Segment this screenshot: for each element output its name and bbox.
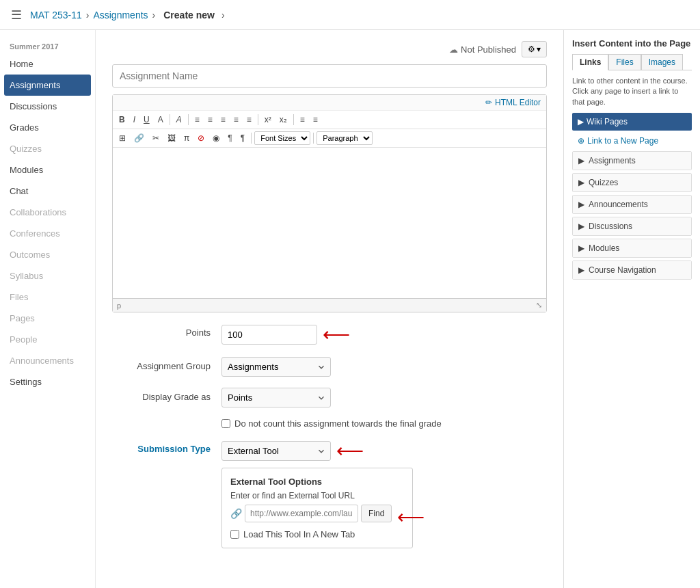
assignment-group-label: Assignment Group [112, 357, 221, 371]
link-button[interactable]: 🔗 [131, 131, 148, 145]
underline-button[interactable]: U [140, 113, 153, 126]
editor-toolbar-row2: ⊞ 🔗 ✂ 🖼 π ⊘ ◉ ¶ ¶ Font Sizes Paragraph [113, 129, 546, 148]
external-tool-url-input[interactable] [245, 505, 358, 522]
align-left-button[interactable]: ≡ [191, 113, 203, 126]
media-button[interactable]: ◉ [209, 131, 223, 145]
editor-footer: p ⤡ [113, 298, 546, 312]
breadcrumb-course[interactable]: MAT 253-11 [30, 10, 82, 21]
publish-header-row: ☁ Not Published ⚙ ▾ [112, 41, 547, 57]
publish-status: ☁ Not Published [449, 44, 516, 55]
section-discussions-label: Discussions [589, 222, 632, 231]
italic-button[interactable]: I [130, 113, 139, 126]
sidebar-item-modules[interactable]: Modules [0, 159, 95, 181]
sidebar-item-chat[interactable]: Chat [0, 181, 95, 202]
paragraph-select[interactable]: Paragraph [317, 131, 373, 145]
sidebar-item-settings[interactable]: Settings [0, 371, 95, 392]
html-editor-label: HTML Editor [495, 98, 541, 107]
tab-images[interactable]: Images [641, 54, 683, 70]
superscript-button[interactable]: x² [261, 113, 275, 126]
right-panel-description: Link to other content in the course. Cli… [572, 76, 692, 107]
breadcrumb-assignments[interactable]: Assignments [93, 10, 148, 21]
chevron-right-icon: ▶ [578, 200, 584, 209]
section-course-navigation-label: Course Navigation [589, 265, 656, 275]
section-quizzes-header[interactable]: ▶ Quizzes [573, 174, 691, 191]
url-arrow: ⟵ [397, 506, 425, 529]
editor-toolbar-row1: B I U A A ≡ ≡ ≡ ≡ ≡ x² x₂ ≡ ≡ [113, 111, 546, 129]
section-quizzes: ▶ Quizzes [572, 173, 692, 192]
section-announcements: ▶ Announcements [572, 195, 692, 214]
breadcrumb-current: Create new [163, 10, 215, 21]
assignment-name-input[interactable] [112, 64, 547, 88]
link-to-new-page[interactable]: ⊕ Link to a New Page [572, 133, 692, 151]
section-modules-header[interactable]: ▶ Modules [573, 239, 691, 257]
unordered-list-button[interactable]: ≡ [297, 113, 308, 126]
toolbar-sep4 [293, 114, 294, 125]
section-assignments-label: Assignments [589, 156, 636, 165]
resize-handle[interactable]: ⤡ [536, 301, 542, 310]
hamburger-icon[interactable]: ☰ [11, 8, 22, 23]
assignment-group-select[interactable]: Assignments [221, 357, 331, 377]
section-course-navigation: ▶ Course Navigation [572, 260, 692, 280]
editor-body[interactable] [113, 148, 546, 298]
chevron-right-icon: ▶ [578, 178, 584, 187]
submission-type-label: Submission Type [112, 440, 221, 454]
ordered-list-button[interactable]: ≡ [310, 113, 321, 126]
tab-files[interactable]: Files [608, 54, 641, 70]
points-label: Points [112, 323, 221, 338]
align-justify-button[interactable]: ≡ [230, 113, 242, 126]
load-tab-checkbox[interactable] [230, 530, 239, 539]
find-button[interactable]: Find [361, 505, 392, 522]
points-input[interactable] [221, 325, 317, 345]
external-tool-options-title: External Tool Options [230, 477, 404, 487]
sidebar-item-assignments[interactable]: Assignments [4, 75, 91, 96]
sidebar: Summer 2017 Home Assignments Discussions… [0, 30, 96, 588]
toolbar-sep3 [258, 114, 258, 125]
image-button[interactable]: 🖼 [164, 131, 179, 145]
wiki-pages-header[interactable]: ▶ Wiki Pages [572, 113, 692, 131]
tab-links[interactable]: Links [572, 54, 608, 70]
p-tag: p [117, 302, 121, 310]
block-quote-button[interactable]: ¶ [237, 131, 248, 145]
strikethrough-button[interactable]: A [173, 113, 185, 126]
flash-button[interactable]: ⊘ [194, 131, 208, 145]
sidebar-item-discussions[interactable]: Discussions [0, 96, 95, 117]
font-color-button[interactable]: A [154, 113, 167, 126]
section-assignments-header[interactable]: ▶ Assignments [573, 152, 691, 170]
breadcrumb-sep1: › [86, 10, 90, 21]
math-button[interactable]: π [180, 131, 193, 145]
link-to-new-page-label: Link to a New Page [587, 136, 658, 146]
section-modules: ▶ Modules [572, 239, 692, 258]
breadcrumb: MAT 253-11 › Assignments › Create new › [30, 10, 229, 21]
font-size-select[interactable]: Font Sizes [254, 131, 310, 145]
section-announcements-label: Announcements [589, 200, 648, 209]
sidebar-item-grades[interactable]: Grades [0, 117, 95, 138]
top-navigation: ☰ MAT 253-11 › Assignments › Create new … [0, 0, 700, 30]
align-right-button[interactable]: ≡ [217, 113, 229, 126]
indent-button[interactable]: ≡ [243, 113, 255, 126]
final-grade-checkbox[interactable] [221, 419, 230, 428]
paragraph-mark-button[interactable]: ¶ [224, 131, 235, 145]
section-announcements-header[interactable]: ▶ Announcements [573, 196, 691, 213]
section-discussions-header[interactable]: ▶ Discussions [573, 217, 691, 235]
display-grade-select[interactable]: Points Percentage Complete/Incomplete Le… [221, 388, 331, 407]
settings-button[interactable]: ⚙ ▾ [522, 41, 547, 57]
final-grade-checkbox-row: Do not count this assignment towards the… [221, 418, 547, 429]
unlink-button[interactable]: ✂ [149, 131, 163, 145]
right-panel-title: Insert Content into the Page [572, 38, 692, 49]
url-input-container: 🔗 Find [230, 505, 392, 522]
bold-button[interactable]: B [116, 113, 129, 126]
html-editor-link[interactable]: ✏ HTML Editor [113, 95, 546, 111]
section-assignments: ▶ Assignments [572, 151, 692, 170]
main-content: ☁ Not Published ⚙ ▾ ✏ HTML Editor B I U … [96, 30, 563, 588]
section-modules-label: Modules [589, 243, 619, 253]
sidebar-item-home[interactable]: Home [0, 53, 95, 75]
sidebar-item-quizzes: Quizzes [0, 138, 95, 159]
submission-type-select[interactable]: No Submission Online On Paper External T… [221, 441, 331, 461]
gear-icon: ⚙ [528, 44, 535, 54]
align-center-button[interactable]: ≡ [204, 113, 216, 126]
section-discussions: ▶ Discussions [572, 217, 692, 236]
assignment-group-row: Assignment Group Assignments [112, 357, 547, 377]
section-course-navigation-header[interactable]: ▶ Course Navigation [573, 261, 691, 279]
subscript-button[interactable]: x₂ [276, 113, 291, 126]
table-button[interactable]: ⊞ [116, 131, 129, 145]
